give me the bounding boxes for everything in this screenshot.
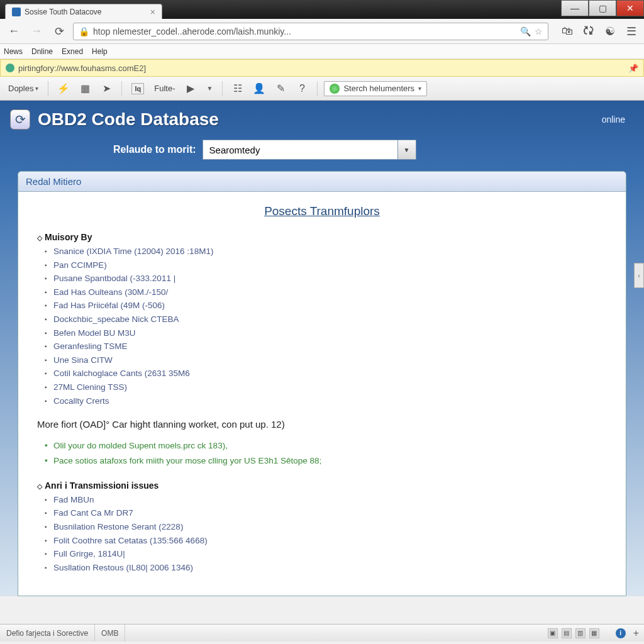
list-item[interactable]: Busnilation Restone Serant (2228): [53, 520, 607, 534]
chart-icon[interactable]: ⚡: [55, 81, 72, 96]
info-text: pirtingfory://www.fouhasms.comE2]: [18, 64, 146, 73]
list-item[interactable]: Olil your do molded Supent moels.prc ck …: [53, 438, 607, 453]
calendar-icon[interactable]: ▦: [76, 81, 94, 96]
close-button[interactable]: ✕: [616, 0, 644, 16]
list-item[interactable]: Fad Cant Ca Mr DR7: [53, 506, 607, 520]
search-dropdown-button[interactable]: ▼: [397, 140, 416, 160]
person-icon[interactable]: 👤: [250, 81, 268, 96]
favicon-icon: [12, 8, 21, 16]
results-panel: Redal Mitiero Posects Tranmfuplors ◇Muis…: [18, 171, 626, 596]
status-mid: OMB: [95, 625, 125, 641]
tab-bar: Sosise Touth Datacove ×: [0, 0, 644, 19]
iq-button[interactable]: Iq: [128, 81, 147, 96]
url-bar[interactable]: 🔒 htop nlemester_codel..aherode.com/lais…: [73, 23, 548, 40]
list-item[interactable]: Full Grirge, 1814U|: [53, 547, 607, 561]
url-text: htop nlemester_codel..aherode.com/laish.…: [93, 26, 516, 36]
globe-icon: [330, 84, 340, 94]
online-label: online: [602, 114, 625, 125]
menu-online[interactable]: Dnline: [31, 47, 53, 56]
list-item[interactable]: Snanice (IXDIA Time (12004) 2016 :18M1): [53, 245, 607, 258]
sb-plus[interactable]: +: [633, 628, 639, 639]
sb-icon-3[interactable]: ▥: [575, 628, 586, 638]
list-item[interactable]: Ead Has Oulteans (30M./-150/: [53, 286, 607, 299]
minimize-button[interactable]: —: [561, 0, 589, 16]
status-bar: Defio farjecta i Sorective OMB ▣ ▤ ▥ ▦ i…: [0, 624, 644, 641]
main-heading[interactable]: Posects Tranmfuplors: [37, 204, 607, 218]
sb-icon-4[interactable]: ▦: [589, 628, 599, 638]
maximize-button[interactable]: ▢: [589, 0, 616, 16]
send-icon[interactable]: ➤: [97, 81, 115, 96]
wand-icon[interactable]: ✎: [272, 81, 289, 96]
list-item[interactable]: Pusane Spantbodal (-333.2011 |: [53, 272, 607, 286]
list-item[interactable]: Susllation Restous (IL80| 2006 1346): [53, 561, 607, 575]
sb-info-icon[interactable]: i: [616, 628, 626, 638]
status-left: Defio farjecta i Sorective: [0, 625, 95, 641]
list-icon[interactable]: ☷: [229, 81, 247, 96]
info-bar: pirtingfory://www.fouhasms.comE2] 📌: [0, 59, 644, 77]
page-content: ⟳ OBD2 Code Database online Relaude to m…: [0, 101, 644, 596]
list-item[interactable]: Pace sotios atafoxs fork miith your mose…: [53, 453, 607, 469]
search-label: Relaude to morit:: [113, 144, 196, 155]
toolbar: Doples ▾ ⚡ ▦ ➤ Iq Fulte- ▶ ▼ ☷ 👤 ✎ ? Ste…: [0, 77, 644, 101]
menu-bar: News Dnline Exned Help: [0, 44, 644, 59]
list-item[interactable]: Cocallty Crerts: [53, 394, 607, 408]
reload-button[interactable]: ⟳: [50, 23, 68, 40]
lock-icon: 🔒: [79, 26, 89, 36]
star-icon[interactable]: ☆: [535, 26, 543, 36]
menu-exned[interactable]: Exned: [62, 47, 83, 56]
help-icon[interactable]: ?: [293, 81, 311, 96]
panel-header: Redal Mitiero: [18, 172, 626, 192]
section2-head: ◇Anri i Transmissioni issues: [37, 480, 607, 491]
list-item[interactable]: Fad MBUn: [53, 493, 607, 507]
page-title: OBD2 Code Database: [38, 109, 219, 130]
back-button[interactable]: ←: [5, 23, 23, 40]
sb-icon-1[interactable]: ▣: [548, 628, 558, 638]
doples-menu[interactable]: Doples ▾: [5, 82, 42, 95]
menu-icon[interactable]: ☰: [624, 24, 639, 39]
list-item[interactable]: Cotil kalchoglace Cants (2631 35M6: [53, 367, 607, 380]
play-icon[interactable]: ▶: [182, 81, 199, 96]
sync-icon[interactable]: 🗘: [581, 24, 596, 39]
list-item[interactable]: Pan CCIMPE): [53, 258, 607, 272]
list-item[interactable]: Geranfesling TSME: [53, 340, 607, 353]
browser-tab[interactable]: Sosise Touth Datacove ×: [5, 4, 162, 19]
toolbar-search[interactable]: Sterch helumenters ▾: [324, 81, 427, 96]
search-input[interactable]: [203, 140, 397, 160]
list-item[interactable]: 27ML Clening TSS): [53, 380, 607, 394]
menu-news[interactable]: News: [4, 47, 23, 56]
pin-icon[interactable]: 📌: [628, 64, 638, 73]
fulte-menu[interactable]: Fulte-: [151, 82, 178, 95]
forward-button[interactable]: →: [28, 23, 45, 40]
dropdown-icon[interactable]: ▼: [203, 83, 216, 94]
profile-icon[interactable]: ☯: [602, 24, 618, 39]
tab-title: Sosise Touth Datacove: [25, 8, 102, 16]
list-item[interactable]: Befen Model BU M3U: [53, 326, 607, 340]
page-logo-icon: ⟳: [10, 109, 30, 130]
search-icon[interactable]: 🔍: [520, 26, 531, 36]
info-favicon-icon: [6, 64, 14, 72]
list-item[interactable]: Une Sina CITW: [53, 353, 607, 367]
tab-close-icon[interactable]: ×: [150, 7, 155, 17]
list-item[interactable]: Fad Has Priicéfal (49M (-506): [53, 299, 607, 313]
section1-head: ◇Muisory By: [37, 232, 607, 242]
list-item[interactable]: Dockchbic_specabe Nick CTEBA: [53, 313, 607, 326]
collapse-handle[interactable]: ‹: [634, 263, 644, 288]
note-line: More fiort (OAD]° Car hight tlanning wor…: [37, 419, 607, 430]
toolbar-search-label: Sterch helumenters: [343, 84, 414, 93]
sb-icon-2[interactable]: ▤: [562, 628, 572, 638]
menu-help[interactable]: Help: [92, 47, 108, 56]
nav-bar: ← → ⟳ 🔒 htop nlemester_codel..aherode.co…: [0, 19, 644, 44]
shopping-icon[interactable]: 🛍: [560, 24, 575, 39]
list-item[interactable]: Folit Coothre sat Cetatas (135:566 4668): [53, 534, 607, 548]
